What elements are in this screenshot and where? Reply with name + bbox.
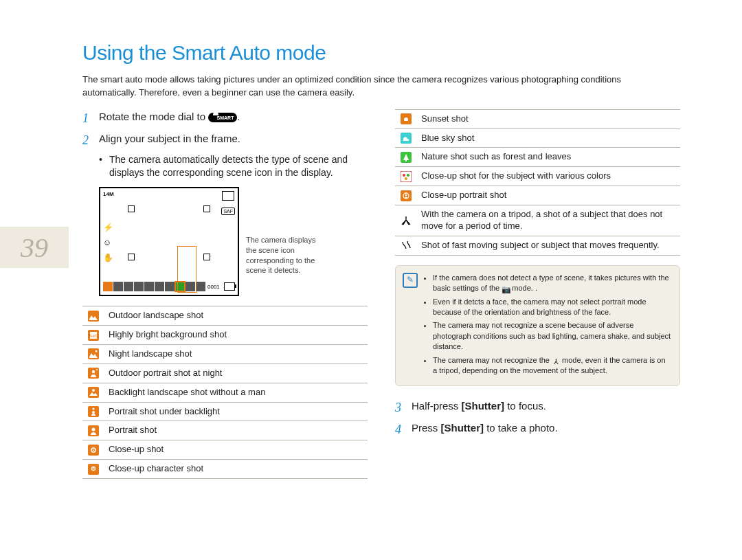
step-2-bullet: • The camera automatically detects the t… bbox=[99, 153, 368, 180]
step-2: 2 Align your subject in the frame. bbox=[82, 131, 368, 149]
scene-label: Night landscape shot bbox=[104, 344, 368, 363]
scene-row: Close-up portrait shot bbox=[395, 186, 680, 205]
scene-label: Portrait shot bbox=[104, 421, 368, 440]
night-port-icon bbox=[88, 368, 99, 379]
scene-row: Nature shot such as forest and leaves bbox=[395, 148, 680, 167]
camera-lcd: 14M SAF ⚡ ☺ ✋ bbox=[99, 187, 239, 296]
scene-row: Shot of fast moving subject or subject t… bbox=[395, 236, 680, 255]
svg-point-10 bbox=[92, 427, 95, 431]
step-number: 4 bbox=[395, 421, 405, 438]
scene-icon-cell bbox=[395, 236, 417, 255]
bluesky-icon bbox=[401, 133, 412, 144]
step-1: 1 Rotate the mode dial to SMART . bbox=[82, 109, 368, 127]
scene-icon-cell: WHITE bbox=[82, 325, 104, 344]
strip-icon bbox=[196, 282, 205, 291]
strip-icon bbox=[144, 282, 154, 291]
bullet-icon: • bbox=[99, 153, 102, 180]
scene-icon-cell bbox=[82, 460, 104, 479]
battery-icon bbox=[224, 282, 235, 291]
saf-indicator: SAF bbox=[221, 208, 235, 215]
step-text: Half-press [Shutter] to focus. bbox=[412, 399, 546, 416]
strip-icon bbox=[124, 282, 133, 291]
scene-label: Outdoor landscape shot bbox=[104, 306, 368, 326]
shot-counter: 0001 bbox=[206, 284, 221, 290]
landscape-icon bbox=[88, 311, 99, 322]
svg-point-8 bbox=[93, 408, 95, 410]
scene-table-right: Sunset shotBlue sky shotNature shot such… bbox=[395, 109, 680, 256]
scene-row: Close-up character shot bbox=[82, 460, 368, 479]
step-number: 3 bbox=[395, 399, 405, 416]
backlight-l-icon bbox=[88, 387, 99, 398]
stabilizer-icon: ✋ bbox=[103, 253, 113, 262]
scene-icon-cell bbox=[82, 440, 104, 460]
scene-row: Portrait shot under backlight bbox=[82, 402, 368, 421]
svg-point-21 bbox=[405, 177, 407, 180]
resolution-indicator: 14M bbox=[103, 191, 114, 197]
note-item: If the camera does not detect a type of … bbox=[433, 273, 671, 294]
tripod-mode-icon: ⅄ bbox=[552, 357, 560, 365]
svg-text:SMART: SMART bbox=[217, 115, 235, 120]
night-land-icon bbox=[88, 348, 99, 359]
scene-icon-cell bbox=[395, 205, 417, 236]
camera-mode-icon: 📷 bbox=[502, 284, 510, 293]
backlight-p-icon bbox=[88, 406, 99, 417]
scene-row: With the camera on a tripod, a shot of a… bbox=[395, 205, 680, 236]
scene-label: Backlight landscape shot without a man bbox=[104, 383, 368, 402]
step-number: 2 bbox=[82, 131, 92, 149]
svg-point-12 bbox=[93, 449, 94, 451]
svg-rect-17 bbox=[405, 159, 407, 161]
closeup-icon bbox=[88, 445, 99, 456]
sunset-icon bbox=[401, 113, 412, 124]
scene-row: Close-up shot bbox=[82, 440, 368, 460]
note-box: ✎ If the camera does not detect a type o… bbox=[395, 265, 680, 387]
callout-highlight bbox=[177, 246, 196, 293]
svg-rect-16 bbox=[402, 121, 410, 123]
figure-caption: The camera displays the scene icon corre… bbox=[246, 235, 322, 276]
scene-table-left: Outdoor landscape shotWHITEHighly bright… bbox=[82, 306, 368, 479]
scene-label: Highly bright background shot bbox=[104, 325, 368, 344]
scene-row: WHITEHighly bright background shot bbox=[82, 325, 368, 344]
step-3: 3 Half-press [Shutter] to focus. bbox=[395, 399, 680, 416]
scene-icon-cell bbox=[82, 402, 104, 421]
scene-label: Blue sky shot bbox=[417, 128, 680, 148]
scene-icon-cell bbox=[82, 383, 104, 402]
step-text: Align your subject in the frame. bbox=[99, 131, 240, 149]
scene-icon-cell bbox=[82, 344, 104, 363]
portrait-icon bbox=[88, 425, 99, 436]
shutter-label: [Shutter] bbox=[441, 422, 484, 434]
scene-icon-cell bbox=[82, 306, 104, 326]
face-icon: ☺ bbox=[103, 238, 113, 247]
svg-text:WHITE: WHITE bbox=[88, 334, 99, 338]
step-4: 4 Press [Shutter] to take a photo. bbox=[395, 421, 680, 438]
page-number-tab: 39 bbox=[0, 227, 69, 268]
flash-icon: ⚡ bbox=[103, 223, 113, 232]
strip-icon bbox=[113, 282, 123, 291]
svg-point-7 bbox=[92, 389, 95, 392]
closeup-port-icon bbox=[401, 190, 412, 201]
scene-icon-cell bbox=[395, 148, 417, 167]
step-text: Press [Shutter] to take a photo. bbox=[412, 421, 558, 438]
macro-color-icon bbox=[401, 171, 412, 182]
intro-paragraph: The smart auto mode allows taking pictur… bbox=[82, 74, 653, 100]
step-text: Rotate the mode dial to SMART . bbox=[99, 109, 240, 127]
scene-icon-cell bbox=[395, 167, 417, 186]
scene-row: Portrait shot bbox=[82, 421, 368, 440]
note-list: If the camera does not detect a type of … bbox=[423, 273, 671, 377]
scene-icon-cell bbox=[82, 363, 104, 383]
svg-point-14 bbox=[93, 467, 94, 469]
nature-icon bbox=[401, 152, 412, 163]
tripod-icon bbox=[401, 215, 412, 226]
svg-rect-18 bbox=[401, 171, 412, 182]
note-item: The camera may not recognize a scene bec… bbox=[433, 320, 671, 352]
strip-icon bbox=[134, 282, 144, 291]
camera-icon bbox=[103, 282, 113, 291]
step-number: 1 bbox=[82, 109, 92, 127]
scene-label: Nature shot such as forest and leaves bbox=[417, 148, 680, 167]
svg-point-4 bbox=[95, 350, 98, 352]
scene-row: Night landscape shot bbox=[82, 344, 368, 363]
svg-point-23 bbox=[405, 194, 407, 197]
note-item: The camera may not recognize the ⅄ mode,… bbox=[433, 355, 671, 377]
scene-label: Sunset shot bbox=[417, 109, 680, 128]
lcd-scene-strip: 0001 bbox=[103, 281, 235, 292]
white-icon: WHITE bbox=[88, 330, 99, 341]
